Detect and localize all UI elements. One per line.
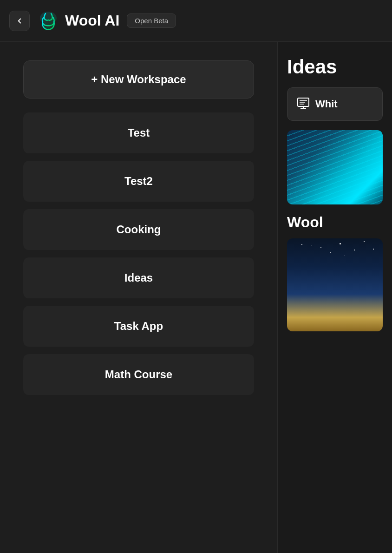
workspace-item-test2[interactable]: Test2 bbox=[23, 161, 254, 202]
whiteboard-button[interactable]: Whit bbox=[287, 87, 383, 121]
image-card-overlay bbox=[287, 130, 383, 204]
app-header: Wool AI Open Beta bbox=[0, 0, 392, 42]
workspace-item-task-app[interactable]: Task App bbox=[23, 306, 254, 347]
back-button[interactable] bbox=[9, 11, 30, 31]
workspace-item-ideas[interactable]: Ideas bbox=[23, 257, 254, 298]
tech-image-card bbox=[287, 130, 383, 204]
left-panel: + New Workspace Test Test2 Cooking Ideas… bbox=[0, 42, 278, 553]
landscape-image-card bbox=[287, 238, 383, 331]
beta-badge: Open Beta bbox=[127, 13, 176, 28]
chevron-left-icon bbox=[15, 17, 24, 25]
workspace-item-cooking[interactable]: Cooking bbox=[23, 209, 254, 250]
panel-title: Ideas bbox=[287, 56, 383, 78]
whiteboard-icon bbox=[297, 96, 310, 112]
right-panel: Ideas Whit Wool bbox=[278, 42, 392, 553]
main-layout: + New Workspace Test Test2 Cooking Ideas… bbox=[0, 42, 392, 553]
section-title: Wool bbox=[287, 214, 383, 231]
whiteboard-label: Whit bbox=[315, 98, 338, 110]
new-workspace-button[interactable]: + New Workspace bbox=[23, 60, 254, 99]
app-logo bbox=[37, 10, 59, 32]
app-title: Wool AI bbox=[65, 12, 119, 29]
workspace-item-test[interactable]: Test bbox=[23, 112, 254, 153]
stars-layer bbox=[287, 238, 383, 294]
workspace-list: Test Test2 Cooking Ideas Task App Math C… bbox=[23, 112, 254, 395]
workspace-item-math-course[interactable]: Math Course bbox=[23, 354, 254, 395]
